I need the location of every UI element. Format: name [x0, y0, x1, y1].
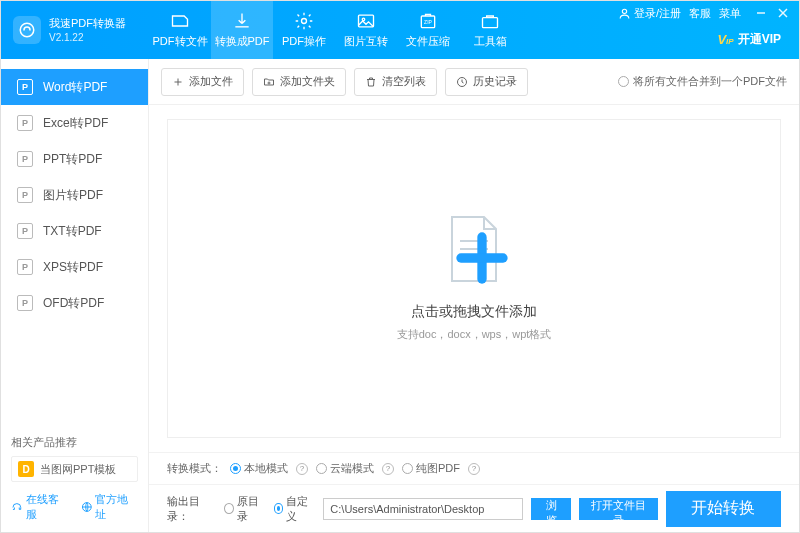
- svg-text:ZIP: ZIP: [424, 19, 432, 25]
- nav-label: 转换成PDF: [215, 34, 270, 49]
- sidebar-item-label: Excel转PDF: [43, 115, 108, 132]
- add-file-button[interactable]: 添加文件: [161, 68, 244, 96]
- promo-icon: D: [18, 461, 34, 477]
- plus-icon: [172, 76, 184, 88]
- promo-text: 当图网PPT模板: [40, 462, 116, 477]
- file-icon: P: [17, 79, 33, 95]
- file-icon: P: [17, 259, 33, 275]
- clear-button[interactable]: 清空列表: [354, 68, 437, 96]
- nav-label: 图片互转: [344, 34, 388, 49]
- svg-point-1: [302, 19, 307, 24]
- minimize-button[interactable]: [753, 5, 769, 21]
- add-folder-button[interactable]: 添加文件夹: [252, 68, 346, 96]
- sidebar-item-word[interactable]: PWord转PDF: [1, 69, 148, 105]
- radio-icon: [316, 463, 327, 474]
- folder-plus-icon: [263, 76, 275, 88]
- help-icon[interactable]: ?: [296, 463, 308, 475]
- sidebar-item-label: OFD转PDF: [43, 295, 104, 312]
- output-label: 输出目录：: [167, 494, 216, 524]
- mode-label: 转换模式：: [167, 461, 222, 476]
- output-custom[interactable]: 自定义: [274, 494, 316, 524]
- file-icon: P: [17, 223, 33, 239]
- dropzone-subtitle: 支持doc，docx，wps，wpt格式: [397, 327, 552, 342]
- vip-icon: VIP: [717, 32, 733, 47]
- sidebar-item-ofd[interactable]: POFD转PDF: [1, 285, 148, 321]
- nav-pdf-ops[interactable]: PDF操作: [273, 1, 335, 59]
- radio-icon: [618, 76, 629, 87]
- headset-icon: [11, 501, 23, 513]
- vip-badge[interactable]: VIP 开通VIP: [717, 31, 781, 48]
- online-support-link[interactable]: 在线客服: [11, 492, 69, 522]
- radio-icon: [230, 463, 241, 474]
- trash-icon: [365, 76, 377, 88]
- close-button[interactable]: [775, 5, 791, 21]
- file-icon: P: [17, 151, 33, 167]
- sidebar-item-image[interactable]: P图片转PDF: [1, 177, 148, 213]
- nav-image-convert[interactable]: 图片互转: [335, 1, 397, 59]
- nav-label: 文件压缩: [406, 34, 450, 49]
- file-icon: P: [17, 187, 33, 203]
- sidebar-item-xps[interactable]: PXPS转PDF: [1, 249, 148, 285]
- file-icon: P: [17, 115, 33, 131]
- sidebar-item-txt[interactable]: PTXT转PDF: [1, 213, 148, 249]
- radio-icon: [402, 463, 413, 474]
- merge-option[interactable]: 将所有文件合并到一个PDF文件: [618, 74, 787, 89]
- browse-button[interactable]: 浏览: [531, 498, 571, 520]
- sidebar-item-label: 图片转PDF: [43, 187, 103, 204]
- mode-cloud[interactable]: 云端模式: [316, 461, 374, 476]
- nav-pdf-to-file[interactable]: PDF转文件: [149, 1, 211, 59]
- svg-rect-6: [483, 18, 498, 28]
- logo-icon: [13, 16, 41, 44]
- history-button[interactable]: 历史记录: [445, 68, 528, 96]
- sidebar-item-label: TXT转PDF: [43, 223, 102, 240]
- dropzone-title: 点击或拖拽文件添加: [411, 303, 537, 321]
- app-version: V2.1.22: [49, 31, 126, 44]
- nav-label: PDF操作: [282, 34, 326, 49]
- open-folder-button[interactable]: 打开文件目录: [579, 498, 658, 520]
- sidebar-item-label: XPS转PDF: [43, 259, 103, 276]
- svg-point-0: [20, 23, 34, 37]
- nav-label: PDF转文件: [153, 34, 208, 49]
- start-convert-button[interactable]: 开始转换: [666, 491, 781, 527]
- sidebar-item-label: Word转PDF: [43, 79, 107, 96]
- app-logo: 我速PDF转换器 V2.1.22: [1, 16, 149, 44]
- mode-pure[interactable]: 纯图PDF: [402, 461, 460, 476]
- support-link[interactable]: 客服: [689, 6, 711, 21]
- sidebar-item-label: PPT转PDF: [43, 151, 102, 168]
- plus-icon: [454, 223, 510, 293]
- help-icon[interactable]: ?: [382, 463, 394, 475]
- nav-label: 工具箱: [474, 34, 507, 49]
- radio-icon: [224, 503, 234, 514]
- official-site-link[interactable]: 官方地址: [81, 492, 139, 522]
- promo-link[interactable]: D 当图网PPT模板: [11, 456, 138, 482]
- help-icon[interactable]: ?: [468, 463, 480, 475]
- app-title: 我速PDF转换器: [49, 16, 126, 30]
- nav-to-pdf[interactable]: 转换成PDF: [211, 1, 273, 59]
- file-icon: P: [17, 295, 33, 311]
- nav-toolbox[interactable]: 工具箱: [459, 1, 521, 59]
- document-icon: [446, 215, 502, 289]
- output-original[interactable]: 原目录: [224, 494, 266, 524]
- login-link[interactable]: 登录/注册: [618, 6, 681, 21]
- promo-title: 相关产品推荐: [11, 435, 138, 450]
- user-icon: [618, 7, 631, 20]
- nav-compress[interactable]: ZIP 文件压缩: [397, 1, 459, 59]
- sidebar-item-excel[interactable]: PExcel转PDF: [1, 105, 148, 141]
- globe-icon: [81, 501, 93, 513]
- radio-icon: [274, 503, 284, 514]
- menu-link[interactable]: 菜单: [719, 6, 741, 21]
- output-path-input[interactable]: [323, 498, 523, 520]
- sidebar-item-ppt[interactable]: PPPT转PDF: [1, 141, 148, 177]
- clock-icon: [456, 76, 468, 88]
- mode-local[interactable]: 本地模式: [230, 461, 288, 476]
- dropzone[interactable]: 点击或拖拽文件添加 支持doc，docx，wps，wpt格式: [167, 119, 781, 438]
- svg-point-7: [622, 9, 626, 13]
